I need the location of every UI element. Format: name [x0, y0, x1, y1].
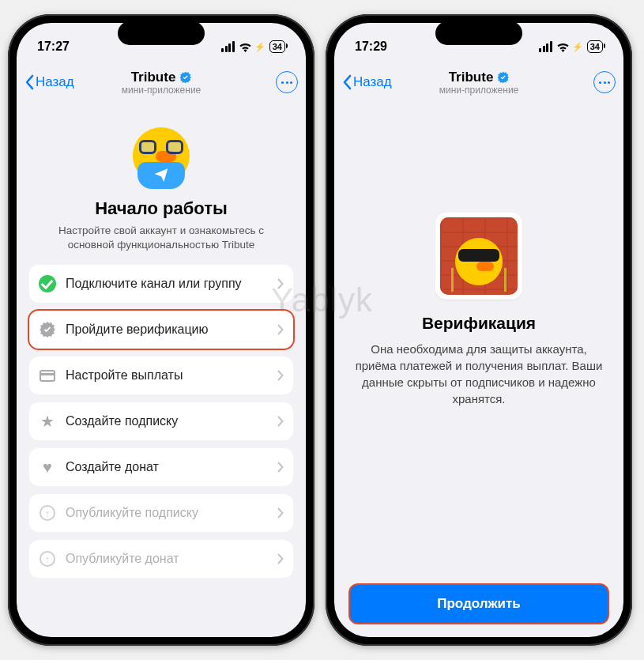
- chevron-right-icon: [277, 462, 284, 473]
- mascot-image: [126, 116, 197, 187]
- verified-icon: [496, 71, 509, 84]
- step-label: Подключите канал или группу: [66, 277, 277, 291]
- cellular-icon: [539, 41, 552, 52]
- back-label: Назад: [353, 74, 392, 90]
- back-button[interactable]: Назад: [24, 74, 74, 90]
- wifi-icon: [239, 42, 252, 52]
- nav-title-group: Tribute мини-приложение: [122, 70, 201, 96]
- phone-right: 17:29 ⚡ 34 Назад Tribute мини-приложение: [326, 14, 632, 646]
- dynamic-island: [435, 21, 522, 45]
- back-label: Назад: [36, 74, 74, 90]
- step-label: Опубликуйте подписку: [66, 506, 277, 520]
- chevron-right-icon: [277, 507, 284, 519]
- check-icon: [39, 275, 56, 292]
- verification-title: Верификация: [350, 314, 608, 333]
- chevron-right-icon: [277, 370, 284, 381]
- charging-icon: ⚡: [254, 42, 266, 52]
- step-payouts[interactable]: Настройте выплаты: [29, 356, 293, 394]
- nav-bar: Назад Tribute мини-приложение: [334, 62, 623, 102]
- card-icon: [39, 367, 56, 384]
- back-button[interactable]: Назад: [342, 74, 392, 90]
- screen-left: 17:27 ⚡ 34 Назад Tribute мини-приложение: [17, 23, 306, 637]
- phone-left: 17:27 ⚡ 34 Назад Tribute мини-приложение: [8, 14, 314, 646]
- verified-icon: [179, 71, 191, 84]
- step-publish-subscription[interactable]: Опубликуйте подписку: [29, 494, 293, 532]
- chevron-right-icon: [277, 324, 284, 335]
- continue-button[interactable]: Продолжить: [350, 585, 608, 623]
- step-label: Создайте донат: [66, 460, 277, 474]
- battery-indicator: 34: [587, 40, 603, 53]
- chevron-right-icon: [277, 416, 284, 427]
- content-area: Начало работы Настройте свой аккаунт и о…: [17, 102, 306, 637]
- nav-subtitle: мини-приложение: [122, 85, 201, 96]
- nav-title-group: Tribute мини-приложение: [439, 70, 519, 96]
- badge-icon: [39, 321, 56, 338]
- step-subscription[interactable]: ★ Создайте подписку: [29, 402, 293, 440]
- verification-image: [435, 213, 522, 300]
- nav-title: Tribute: [449, 70, 494, 85]
- chevron-right-icon: [277, 553, 284, 564]
- step-verification[interactable]: Пройдите верификацию: [29, 311, 293, 349]
- page-title: Начало работы: [29, 198, 293, 219]
- step-label: Пройдите верификацию: [66, 322, 277, 337]
- ellipsis-icon: [281, 81, 292, 84]
- step-connect-channel[interactable]: Подключите канал или группу: [29, 265, 293, 303]
- upload-icon: [39, 504, 56, 522]
- chevron-right-icon: [277, 278, 284, 289]
- chevron-left-icon: [24, 74, 34, 90]
- verification-description: Она необходима для защиты аккаунта, приё…: [353, 341, 604, 407]
- status-time: 17:29: [355, 40, 402, 54]
- status-time: 17:27: [37, 40, 85, 54]
- step-donation[interactable]: ♥ Создайте донат: [29, 448, 293, 486]
- page-subtitle: Настройте свой аккаунт и ознакомьтесь с …: [36, 224, 287, 252]
- status-indicators: ⚡ 34: [221, 40, 285, 53]
- upload-icon: [39, 550, 56, 568]
- heart-icon: ♥: [39, 458, 56, 476]
- chevron-left-icon: [342, 74, 352, 90]
- step-label: Создайте подписку: [66, 414, 277, 428]
- step-publish-donation[interactable]: Опубликуйте донат: [29, 540, 293, 578]
- charging-icon: ⚡: [572, 42, 583, 52]
- nav-subtitle: мини-приложение: [439, 85, 519, 96]
- dynamic-island: [118, 21, 205, 45]
- battery-indicator: 34: [269, 40, 285, 53]
- status-indicators: ⚡ 34: [539, 40, 603, 53]
- nav-bar: Назад Tribute мини-приложение: [17, 62, 306, 102]
- star-icon: ★: [39, 413, 56, 430]
- nav-title: Tribute: [131, 70, 176, 85]
- menu-button[interactable]: [593, 71, 616, 93]
- step-label: Настройте выплаты: [66, 368, 277, 383]
- wifi-icon: [556, 42, 570, 52]
- cellular-icon: [221, 41, 235, 52]
- menu-button[interactable]: [276, 71, 298, 93]
- ellipsis-icon: [599, 81, 610, 84]
- step-label: Опубликуйте донат: [66, 552, 277, 566]
- content-area: Верификация Она необходима для защиты ак…: [334, 102, 623, 637]
- screen-right: 17:29 ⚡ 34 Назад Tribute мини-приложение: [334, 23, 623, 637]
